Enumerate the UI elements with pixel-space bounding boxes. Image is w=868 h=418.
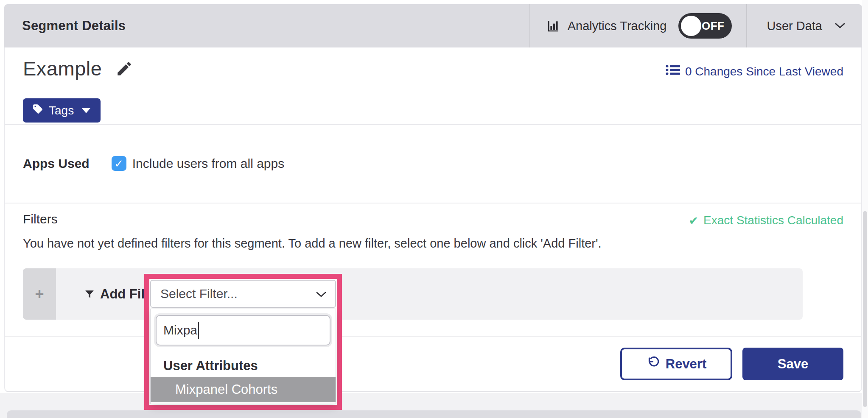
undo-icon [646, 356, 659, 372]
exact-statistics-label: Exact Statistics Calculated [703, 214, 843, 227]
dropdown-group-header: User Attributes [163, 358, 258, 373]
next-panel-header-strip [7, 410, 861, 418]
filter-search-input[interactable]: Mixpa [156, 315, 330, 346]
add-filter-plus-button[interactable]: + [23, 268, 56, 320]
text-cursor [198, 322, 199, 339]
caret-down-icon [82, 108, 90, 113]
checkbox-check-icon: ✓ [114, 158, 123, 169]
toggle-state-label: OFF [702, 20, 725, 33]
revert-button-label: Revert [666, 357, 707, 372]
filter-search-value: Mixpa [163, 323, 197, 337]
top-bar-spacer [126, 4, 529, 47]
list-icon [666, 64, 680, 78]
chevron-down-icon [834, 22, 846, 30]
tag-icon [32, 103, 43, 117]
analytics-tracking-group: Analytics Tracking OFF [529, 4, 747, 47]
tags-button[interactable]: Tags [23, 98, 101, 123]
apps-used-row: Apps Used ✓ Include users from all apps [23, 156, 284, 171]
dropdown-option-mixpanel-cohorts[interactable]: Mixpanel Cohorts [151, 377, 336, 402]
analytics-tracking-toggle[interactable]: OFF [678, 13, 732, 39]
footer-actions: Revert Save [620, 348, 843, 380]
select-filter-dropdown[interactable]: Select Filter... [150, 280, 336, 308]
changes-link-label: 0 Changes Since Last Viewed [685, 65, 843, 78]
save-button-label: Save [778, 357, 808, 372]
page-title: Segment Details [22, 18, 126, 33]
section-divider [5, 203, 861, 203]
segment-name-row: Example [23, 57, 133, 80]
toggle-knob [681, 16, 701, 36]
filter-select-highlight-box: Select Filter... Mixpa User Attributes M… [144, 274, 342, 410]
chevron-down-icon [316, 287, 327, 301]
user-data-label: User Data [767, 19, 822, 33]
changes-since-last-viewed-link[interactable]: 0 Changes Since Last Viewed [666, 64, 843, 78]
top-bar: Segment Details Analytics Tracking OFF U… [4, 4, 862, 47]
segment-details-card: Example 0 Changes Since Last Viewed [4, 47, 862, 392]
exact-statistics-status: ✔ Exact Statistics Calculated [689, 214, 843, 227]
tags-button-label: Tags [49, 104, 74, 117]
include-all-apps-checkbox[interactable]: ✓ [112, 156, 126, 171]
bar-chart-icon [546, 19, 560, 33]
check-icon: ✔ [689, 214, 698, 227]
edit-pencil-icon[interactable] [115, 60, 133, 78]
save-button[interactable]: Save [742, 348, 843, 380]
user-data-menu[interactable]: User Data [746, 4, 862, 47]
section-divider [5, 336, 861, 337]
section-divider [5, 124, 861, 125]
apps-used-label: Apps Used [23, 156, 90, 171]
segment-details-page: Segment Details Analytics Tracking OFF U… [0, 0, 868, 418]
filters-description: You have not yet defined filters for thi… [23, 237, 602, 251]
add-filter-row: + Add Filter [23, 268, 803, 320]
include-all-apps-label: Include users from all apps [132, 156, 285, 171]
segment-name: Example [23, 57, 102, 80]
select-filter-placeholder: Select Filter... [160, 287, 238, 301]
filters-heading: Filters [23, 212, 58, 226]
analytics-tracking-label: Analytics Tracking [568, 19, 667, 33]
filter-dropdown-panel: Mixpa User Attributes Mixpanel Cohorts [150, 309, 336, 404]
revert-button[interactable]: Revert [620, 348, 732, 380]
filter-funnel-icon [84, 289, 95, 300]
scrollbar-thumb[interactable] [863, 211, 867, 407]
